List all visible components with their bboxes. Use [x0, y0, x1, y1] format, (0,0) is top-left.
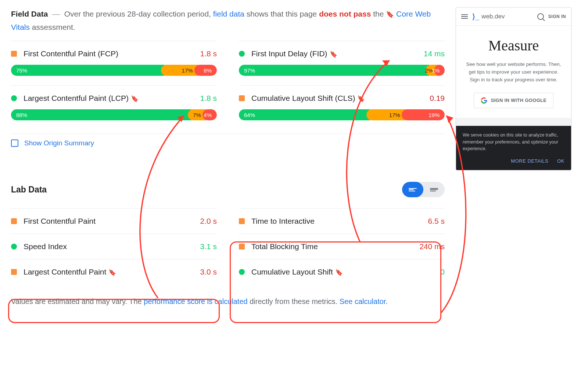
- lab-metrics-grid: First Contentful Paint 2.0 s Speed Index…: [11, 208, 445, 284]
- see-calculator-link[interactable]: See calculator.: [340, 297, 388, 305]
- bookmark-icon: 🔖: [108, 269, 116, 276]
- lab-si: Speed Index 3.1 s: [11, 234, 217, 259]
- show-origin-summary[interactable]: Show Origin Summary: [11, 134, 445, 152]
- metric-fid: First Input Delay (FID)🔖 14 ms 97% 2% 1%: [239, 41, 445, 85]
- show-origin-label: Show Origin Summary: [24, 139, 94, 147]
- bookmark-icon: 🔖: [131, 95, 139, 103]
- metric-name: First Contentful Paint (FCP): [24, 49, 200, 58]
- status-icon-average: [239, 218, 245, 224]
- metric-value: 0.19: [430, 94, 445, 103]
- google-icon: [481, 97, 487, 104]
- lab-lcp: Largest Contentful Paint🔖 3.0 s: [11, 259, 217, 284]
- page-title: Measure: [463, 37, 564, 54]
- perf-score-link[interactable]: performance score is calculated: [144, 297, 247, 305]
- metric-name: Cumulative Layout Shift (CLS)🔖: [251, 94, 430, 103]
- metric-cls: Cumulative Layout Shift (CLS)🔖 0.19 64% …: [239, 85, 445, 130]
- metric-value: 14 ms: [424, 49, 445, 58]
- distribution-bar: 97% 2% 1%: [239, 65, 445, 76]
- cookie-ok-button[interactable]: OK: [557, 158, 564, 165]
- status-icon-good: [11, 244, 17, 250]
- lab-tbt: Total Blocking Time 240 ms: [239, 234, 445, 259]
- distribution-bar: 88% 7% 4%: [11, 109, 217, 120]
- metric-value: 1.8 s: [200, 94, 217, 103]
- metric-lcp: Largest Contentful Paint (LCP)🔖 1.8 s 88…: [11, 85, 217, 130]
- metric-name: Largest Contentful Paint (LCP)🔖: [24, 94, 200, 103]
- lab-fcp: First Contentful Paint 2.0 s: [11, 208, 217, 234]
- metric-value: 1.8 s: [200, 49, 217, 58]
- lab-data-heading: Lab Data: [11, 185, 47, 195]
- bookmark-icon: 🔖: [335, 269, 343, 276]
- menu-icon[interactable]: [461, 14, 468, 19]
- pass-status: does not pass: [319, 10, 371, 18]
- bookmark-icon: 🔖: [386, 11, 394, 18]
- status-icon-average: [11, 218, 17, 224]
- brand-logo-icon: ⟩_: [472, 12, 479, 21]
- status-icon-average: [239, 95, 245, 101]
- brand[interactable]: ⟩_ web.dev: [472, 12, 533, 21]
- view-toggle-detailed[interactable]: [402, 182, 423, 197]
- more-details-link[interactable]: MORE DETAILS: [511, 158, 548, 165]
- cookie-banner: We serve cookies on this site to analyze…: [456, 126, 571, 170]
- signin-link[interactable]: SIGN IN: [548, 14, 566, 19]
- status-icon-average: [11, 51, 17, 57]
- search-icon[interactable]: [537, 13, 544, 20]
- status-icon-average: [239, 244, 245, 250]
- metric-name: First Input Delay (FID)🔖: [251, 49, 424, 58]
- status-icon-good: [239, 51, 245, 57]
- bookmark-icon: 🔖: [357, 95, 365, 103]
- lab-cls: Cumulative Layout Shift🔖 0: [239, 259, 445, 284]
- checkbox-icon[interactable]: [11, 139, 18, 147]
- field-data-label: Field Data: [11, 10, 48, 18]
- google-signin-button[interactable]: SIGN IN WITH GOOGLE: [474, 93, 554, 108]
- view-toggle-compact[interactable]: [423, 182, 445, 197]
- footnote: Values are estimated and may vary. The p…: [11, 296, 445, 307]
- metric-fcp: First Contentful Paint (FCP) 1.8 s 75% 1…: [11, 41, 217, 85]
- screenshot-preview: ⟩_ web.dev SIGN IN Measure See how well …: [456, 7, 571, 170]
- field-metrics-grid: First Contentful Paint (FCP) 1.8 s 75% 1…: [11, 41, 445, 130]
- field-data-link[interactable]: field data: [213, 10, 244, 18]
- bookmark-icon: 🔖: [330, 50, 337, 58]
- page-description: See how well your website performs. Then…: [463, 61, 564, 84]
- view-toggle[interactable]: [402, 182, 445, 197]
- status-icon-good: [11, 95, 17, 101]
- lab-tti: Time to Interactive 6.5 s: [239, 208, 445, 234]
- distribution-bar: 64% 17% 19%: [239, 109, 445, 120]
- field-data-intro: Field Data — Over the previous 28-day co…: [11, 7, 445, 33]
- status-icon-average: [11, 269, 17, 275]
- distribution-bar: 75% 17% 8%: [11, 65, 217, 76]
- status-icon-good: [239, 269, 245, 275]
